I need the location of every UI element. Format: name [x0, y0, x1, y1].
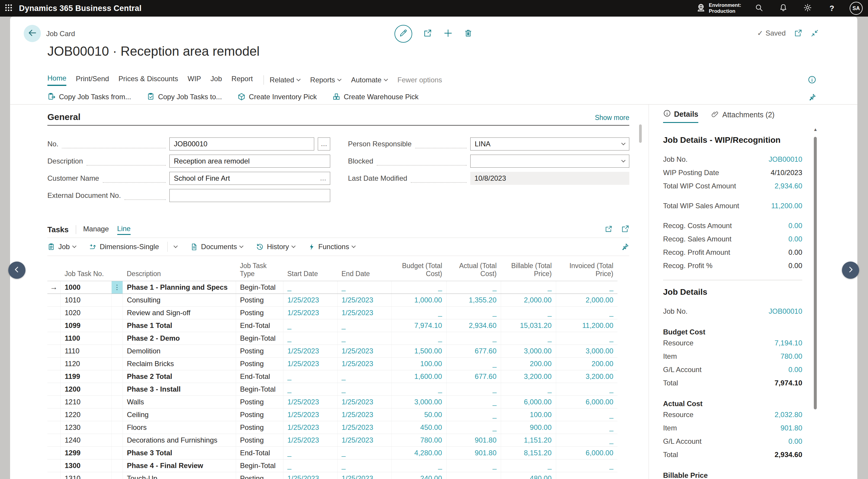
- cell-end-date[interactable]: 1/25/2023: [337, 408, 391, 421]
- field-input-person-responsible[interactable]: LINA: [470, 138, 629, 150]
- edit-button[interactable]: [395, 25, 412, 43]
- cell-start-date[interactable]: 1/25/2023: [283, 472, 337, 479]
- row-menu[interactable]: [111, 370, 123, 383]
- cell-budget-total-cost[interactable]: 1,000.00: [391, 294, 446, 306]
- cell-job-task-no[interactable]: 1110: [60, 345, 111, 357]
- cell-billable-total-price[interactable]: 1,151.20: [501, 434, 556, 446]
- ribbon-tab-home[interactable]: Home: [48, 74, 66, 86]
- cell-start-date[interactable]: 1/25/2023: [283, 357, 337, 370]
- cell-description[interactable]: Phase 3 - Install: [123, 383, 236, 395]
- field-input-description[interactable]: Reception area remodel: [169, 155, 330, 168]
- tab-line[interactable]: Line: [117, 224, 131, 235]
- cell-actual-total-cost[interactable]: 677.60: [446, 370, 501, 383]
- cell-job-task-no[interactable]: 1300: [60, 459, 111, 472]
- row-menu[interactable]: [111, 459, 123, 472]
- cell-billable-total-price[interactable]: 2,000.00: [501, 294, 556, 306]
- cell-billable-total-price[interactable]: _: [501, 383, 556, 395]
- cell-budget-total-cost[interactable]: 50.00: [391, 408, 446, 421]
- cell-actual-total-cost[interactable]: _: [446, 306, 501, 319]
- open-in-new-window-icon[interactable]: [794, 29, 802, 37]
- cell-description[interactable]: Phase 1 - Planning and Specs: [123, 281, 236, 294]
- col-header-billable-total-price[interactable]: Billable (Total Price): [501, 256, 556, 281]
- toolbar-dimensions-single[interactable]: Dimensions-Single: [89, 243, 159, 251]
- cell-job-task-type[interactable]: End-Total: [236, 370, 283, 383]
- previous-record-button[interactable]: [8, 262, 26, 279]
- cell-billable-total-price[interactable]: _: [501, 306, 556, 319]
- app-title[interactable]: Dynamics 365 Business Central: [19, 4, 142, 13]
- cell-invoiced-total-price[interactable]: 6,000.00: [556, 395, 617, 408]
- share-button[interactable]: [423, 28, 432, 39]
- tab-details[interactable]: Details: [663, 109, 698, 123]
- row-menu[interactable]: [111, 434, 123, 446]
- field-input-customer-name[interactable]: School of Fine Art…: [169, 172, 330, 185]
- cell-job-task-type[interactable]: Posting: [236, 294, 283, 306]
- factbox-scrollbar-thumb[interactable]: [814, 137, 817, 409]
- cell-end-date[interactable]: 1/25/2023: [337, 294, 391, 306]
- field-input-external-document-no[interactable]: [169, 189, 330, 202]
- cell-job-task-type[interactable]: Begin-Total: [236, 459, 283, 472]
- collapse-icon[interactable]: [810, 29, 819, 37]
- fewer-options-link[interactable]: Fewer options: [397, 76, 442, 84]
- cell-actual-total-cost[interactable]: _: [446, 332, 501, 345]
- cell-start-date[interactable]: 1/25/2023: [283, 294, 337, 306]
- cell-start-date[interactable]: 1/25/2023: [283, 408, 337, 421]
- cell-budget-total-cost[interactable]: 780.00: [391, 434, 446, 446]
- back-button[interactable]: [24, 25, 41, 42]
- cell-start-date[interactable]: 1/25/2023: [283, 434, 337, 446]
- cell-job-task-type[interactable]: End-Total: [236, 446, 283, 459]
- cell-start-date[interactable]: _: [283, 319, 337, 332]
- assist-edit-button[interactable]: …: [318, 138, 330, 150]
- cell-end-date[interactable]: 1/25/2023: [337, 306, 391, 319]
- cell-invoiced-total-price[interactable]: _: [556, 459, 617, 472]
- cell-job-task-no[interactable]: 1099: [60, 319, 111, 332]
- delete-button[interactable]: [464, 29, 473, 39]
- cell-invoiced-total-price[interactable]: _: [556, 306, 617, 319]
- factbox-value[interactable]: 0.00: [788, 365, 802, 374]
- cell-billable-total-price[interactable]: 900.00: [501, 421, 556, 434]
- factbox-value[interactable]: JOB00010: [769, 307, 802, 316]
- environment-indicator[interactable]: Environment: Production: [696, 2, 741, 14]
- cell-invoiced-total-price[interactable]: 3,200.00: [556, 370, 617, 383]
- main-scrollbar-thumb[interactable]: [639, 124, 642, 143]
- ribbon-tab-prices-discounts[interactable]: Prices & Discounts: [119, 74, 178, 85]
- share-icon[interactable]: [604, 225, 613, 234]
- cell-job-task-type[interactable]: Posting: [236, 357, 283, 370]
- cell-job-task-no[interactable]: 1010: [60, 294, 111, 306]
- cell-invoiced-total-price[interactable]: 6,000.00: [556, 446, 617, 459]
- cell-description[interactable]: Phase 2 Total: [123, 370, 236, 383]
- cell-end-date[interactable]: _: [337, 281, 391, 294]
- cell-start-date[interactable]: _: [283, 370, 337, 383]
- ribbon-menu-automate[interactable]: Automate: [351, 76, 388, 84]
- new-button[interactable]: [443, 28, 453, 39]
- toolbar-more-chevron[interactable]: [174, 244, 178, 248]
- cell-actual-total-cost[interactable]: _: [446, 421, 501, 434]
- cell-job-task-type[interactable]: Begin-Total: [236, 281, 283, 294]
- cell-invoiced-total-price[interactable]: _: [556, 383, 617, 395]
- settings-gear-icon[interactable]: [801, 2, 814, 15]
- cell-actual-total-cost[interactable]: _: [446, 472, 501, 479]
- avatar[interactable]: SA: [850, 2, 863, 15]
- cell-description[interactable]: Phase 1 Total: [123, 319, 236, 332]
- cell-billable-total-price[interactable]: 8,151.20: [501, 446, 556, 459]
- cell-job-task-no[interactable]: 1210: [60, 395, 111, 408]
- cell-end-date[interactable]: 1/25/2023: [337, 345, 391, 357]
- col-header-actual-total-cost[interactable]: Actual (Total Cost): [446, 256, 501, 281]
- cell-job-task-type[interactable]: Posting: [236, 395, 283, 408]
- cell-budget-total-cost[interactable]: _: [391, 306, 446, 319]
- tab-attachments[interactable]: Attachments (2): [711, 110, 774, 123]
- cell-job-task-type[interactable]: End-Total: [236, 319, 283, 332]
- cell-invoiced-total-price[interactable]: 11,200.00: [556, 319, 617, 332]
- cell-end-date[interactable]: 1/25/2023: [337, 434, 391, 446]
- cell-invoiced-total-price[interactable]: 200.00: [556, 357, 617, 370]
- row-menu[interactable]: [111, 395, 123, 408]
- row-menu[interactable]: [111, 383, 123, 395]
- ribbon-tab-job[interactable]: Job: [211, 74, 222, 85]
- cell-actual-total-cost[interactable]: _: [446, 281, 501, 294]
- cell-actual-total-cost[interactable]: 1,355.20: [446, 294, 501, 306]
- cell-invoiced-total-price[interactable]: _: [556, 408, 617, 421]
- row-menu[interactable]: [111, 421, 123, 434]
- row-menu[interactable]: [111, 319, 123, 332]
- cell-description[interactable]: Phase 4 - Final Review: [123, 459, 236, 472]
- cell-job-task-no[interactable]: 1120: [60, 357, 111, 370]
- ribbon-tab-print-send[interactable]: Print/Send: [76, 74, 109, 85]
